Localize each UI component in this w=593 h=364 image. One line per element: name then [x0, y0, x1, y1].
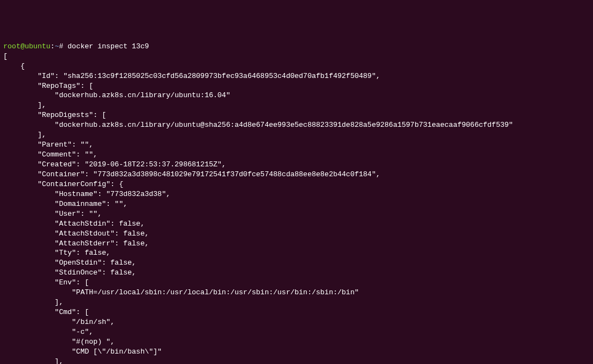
output-line: "-c",	[3, 328, 93, 336]
output-line: "Created": "2019-06-18T22:53:37.29868121…	[3, 160, 226, 169]
prompt-user-host: root@ubuntu	[3, 42, 51, 51]
output-line: ],	[3, 298, 63, 306]
output-line: "#(nop) ",	[3, 338, 115, 346]
output-line: "Cmd": [	[3, 308, 89, 316]
output-line: "RepoDigests": [	[3, 111, 106, 119]
output-line: {	[3, 62, 25, 70]
output-line: "/bin/sh",	[3, 318, 115, 326]
output-line: "User": "",	[3, 210, 102, 218]
output-line: "Id": "sha256:13c9f1285025c03cfd56a28099…	[3, 72, 381, 80]
output-line: "Container": "773d832a3d3898c481029e7917…	[3, 170, 381, 178]
output-line: ],	[3, 357, 63, 364]
output-line: "OpenStdin": false,	[3, 259, 136, 267]
output-line: "RepoTags": [	[3, 82, 93, 90]
output-line: ],	[3, 131, 46, 139]
output-line: "CMD [\"/bin/bash\"]"	[3, 348, 162, 356]
output-line: "dockerhub.azk8s.cn/library/ubuntu:16.04…	[3, 91, 230, 99]
terminal-window[interactable]: root@ubuntu:~# docker inspect 13c9 [ { "…	[3, 42, 590, 364]
output-line: "StdinOnce": false,	[3, 268, 136, 277]
output-line: "PATH=/usr/local/sbin:/usr/local/bin:/us…	[3, 288, 359, 296]
prompt-sep1: :	[51, 42, 55, 51]
output-line: "ContainerConfig": {	[3, 180, 123, 188]
output-line: "AttachStdin": false,	[3, 220, 144, 228]
output-line: "Env": [	[3, 278, 89, 287]
output-line: "Domainname": "",	[3, 200, 127, 208]
output-line: "Hostname": "773d832a3d38",	[3, 190, 170, 198]
command-text: docker inspect 13c9	[68, 42, 149, 51]
output-line: "Parent": "",	[3, 141, 93, 149]
output-line: "AttachStderr": false,	[3, 239, 149, 248]
prompt-sep2: #	[59, 42, 68, 51]
output-line: "Tty": false,	[3, 249, 110, 257]
output-line: ],	[3, 101, 46, 109]
output-line: "dockerhub.azk8s.cn/library/ubuntu@sha25…	[3, 121, 513, 129]
output-line: [	[3, 52, 8, 60]
output-line: "AttachStdout": false,	[3, 229, 149, 238]
output-line: "Comment": "",	[3, 150, 98, 159]
